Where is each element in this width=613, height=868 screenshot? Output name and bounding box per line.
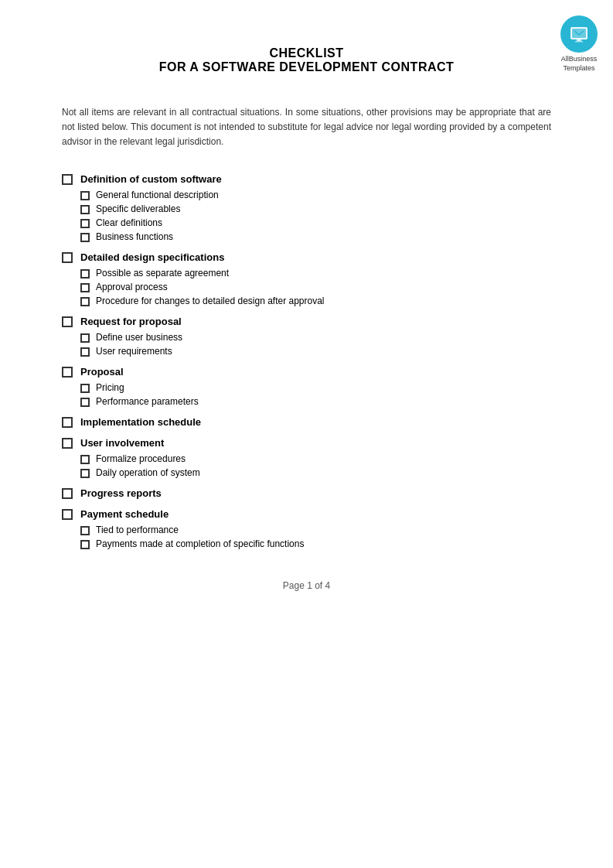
sub-checkbox-7-0[interactable] <box>80 526 90 535</box>
svg-rect-4 <box>575 41 583 43</box>
sub-item-7-0[interactable]: Tied to performance <box>80 525 551 535</box>
sub-label-1-0: Possible as separate agreement <box>96 268 229 279</box>
section-item-2[interactable]: Request for proposal <box>62 316 551 327</box>
sub-item-7-1[interactable]: Payments made at completion of specific … <box>80 538 551 549</box>
section-checkbox-5[interactable] <box>62 438 73 449</box>
sub-label-0-0: General functional description <box>96 190 219 200</box>
sub-item-0-0[interactable]: General functional description <box>80 190 551 200</box>
title-line1: CHECKLIST <box>62 46 551 60</box>
sub-checkbox-0-1[interactable] <box>80 205 90 214</box>
sub-item-1-0[interactable]: Possible as separate agreement <box>80 268 551 279</box>
title-line2: FOR A SOFTWARE DEVELOPMENT CONTRACT <box>62 60 551 74</box>
sub-label-0-1: Specific deliverables <box>96 203 180 214</box>
logo-area: AllBusiness Templates <box>560 15 598 73</box>
sub-checkbox-7-1[interactable] <box>80 540 90 549</box>
page-header: CHECKLIST FOR A SOFTWARE DEVELOPMENT CON… <box>62 46 551 74</box>
sub-items-5: Formalize proceduresDaily operation of s… <box>80 453 551 478</box>
sub-item-3-1[interactable]: Performance parameters <box>80 396 551 407</box>
sub-item-2-1[interactable]: User requirements <box>80 346 551 357</box>
sub-item-0-2[interactable]: Clear definitions <box>80 217 551 228</box>
section-block-5: User involvementFormalize proceduresDail… <box>62 437 551 478</box>
section-checkbox-6[interactable] <box>62 488 73 499</box>
section-block-3: ProposalPricingPerformance parameters <box>62 366 551 407</box>
intro-text: Not all items are relevant in all contra… <box>62 105 551 150</box>
sub-label-2-0: Define user business <box>96 332 182 343</box>
sub-item-5-1[interactable]: Daily operation of system <box>80 467 551 478</box>
sub-items-7: Tied to performancePayments made at comp… <box>80 525 551 549</box>
sub-checkbox-1-1[interactable] <box>80 283 90 292</box>
sub-label-7-0: Tied to performance <box>96 525 179 535</box>
logo-text: AllBusiness Templates <box>561 55 598 73</box>
section-item-1[interactable]: Detailed design specifications <box>62 251 551 263</box>
sub-checkbox-0-3[interactable] <box>80 233 90 242</box>
svg-rect-2 <box>572 29 586 38</box>
page-number: Page 1 of 4 <box>283 580 330 591</box>
sub-item-2-0[interactable]: Define user business <box>80 332 551 343</box>
sub-label-3-0: Pricing <box>96 382 124 393</box>
sub-checkbox-1-2[interactable] <box>80 297 90 306</box>
section-checkbox-0[interactable] <box>62 174 73 185</box>
sub-checkbox-5-0[interactable] <box>80 455 90 464</box>
sub-checkbox-2-1[interactable] <box>80 347 90 357</box>
sub-checkbox-3-1[interactable] <box>80 398 90 407</box>
sub-label-0-2: Clear definitions <box>96 217 162 228</box>
section-item-6[interactable]: Progress reports <box>62 487 551 499</box>
sub-items-3: PricingPerformance parameters <box>80 382 551 407</box>
section-block-1: Detailed design specificationsPossible a… <box>62 251 551 306</box>
page-footer: Page 1 of 4 <box>62 580 551 591</box>
logo-circle <box>560 15 598 53</box>
section-label-7: Payment schedule <box>80 508 169 520</box>
sub-label-2-1: User requirements <box>96 346 172 357</box>
sub-label-3-1: Performance parameters <box>96 396 199 407</box>
sub-items-0: General functional descriptionSpecific d… <box>80 190 551 242</box>
sub-checkbox-5-1[interactable] <box>80 469 90 478</box>
section-block-6: Progress reports <box>62 487 551 499</box>
page: AllBusiness Templates CHECKLIST FOR A SO… <box>0 0 613 868</box>
section-item-0[interactable]: Definition of custom software <box>62 173 551 185</box>
sub-checkbox-2-0[interactable] <box>80 333 90 343</box>
sub-label-0-3: Business functions <box>96 231 173 242</box>
section-item-7[interactable]: Payment schedule <box>62 508 551 520</box>
section-label-5: User involvement <box>80 437 164 449</box>
section-checkbox-7[interactable] <box>62 509 73 520</box>
section-checkbox-3[interactable] <box>62 367 73 378</box>
sub-label-1-1: Approval process <box>96 282 168 292</box>
section-label-2: Request for proposal <box>80 316 182 327</box>
sub-checkbox-0-2[interactable] <box>80 219 90 228</box>
sub-item-1-2[interactable]: Procedure for changes to detailed design… <box>80 296 551 306</box>
sub-checkbox-3-0[interactable] <box>80 384 90 393</box>
section-label-3: Proposal <box>80 366 124 378</box>
section-label-1: Detailed design specifications <box>80 251 224 263</box>
sub-label-5-0: Formalize procedures <box>96 453 186 464</box>
section-item-4[interactable]: Implementation schedule <box>62 416 551 428</box>
sub-label-7-1: Payments made at completion of specific … <box>96 538 304 549</box>
section-block-2: Request for proposalDefine user business… <box>62 316 551 357</box>
svg-rect-3 <box>577 39 581 41</box>
sub-label-5-1: Daily operation of system <box>96 467 200 478</box>
sub-items-2: Define user businessUser requirements <box>80 332 551 357</box>
section-label-4: Implementation schedule <box>80 416 201 428</box>
sub-item-0-3[interactable]: Business functions <box>80 231 551 242</box>
sub-checkbox-0-0[interactable] <box>80 191 90 200</box>
section-block-7: Payment scheduleTied to performancePayme… <box>62 508 551 549</box>
sub-item-1-1[interactable]: Approval process <box>80 282 551 292</box>
sub-item-5-0[interactable]: Formalize procedures <box>80 453 551 464</box>
checklist-container: Definition of custom softwareGeneral fun… <box>62 173 551 549</box>
section-checkbox-1[interactable] <box>62 252 73 263</box>
section-label-6: Progress reports <box>80 487 162 499</box>
section-item-3[interactable]: Proposal <box>62 366 551 378</box>
sub-items-1: Possible as separate agreementApproval p… <box>80 268 551 306</box>
section-block-4: Implementation schedule <box>62 416 551 428</box>
section-checkbox-4[interactable] <box>62 417 73 428</box>
sub-checkbox-1-0[interactable] <box>80 269 90 279</box>
sub-label-1-2: Procedure for changes to detailed design… <box>96 296 325 306</box>
section-checkbox-2[interactable] <box>62 316 73 327</box>
sub-item-0-1[interactable]: Specific deliverables <box>80 203 551 214</box>
section-label-0: Definition of custom software <box>80 173 222 185</box>
sub-item-3-0[interactable]: Pricing <box>80 382 551 393</box>
section-item-5[interactable]: User involvement <box>62 437 551 449</box>
section-block-0: Definition of custom softwareGeneral fun… <box>62 173 551 242</box>
